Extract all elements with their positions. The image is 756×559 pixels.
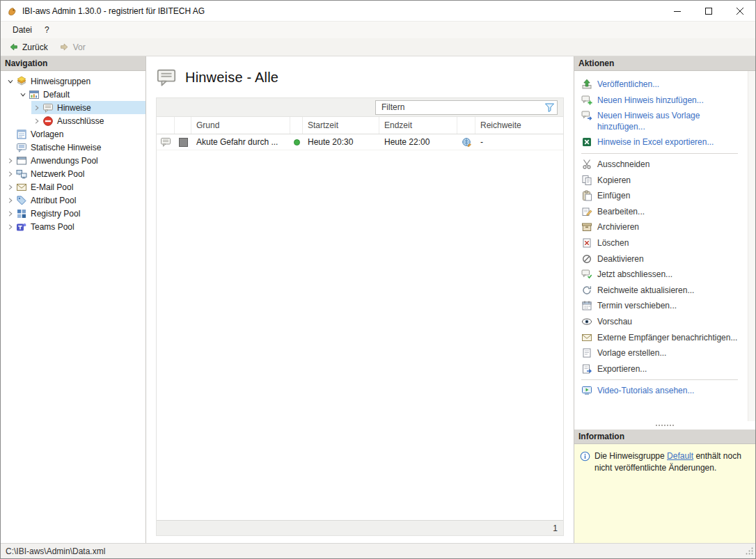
active-status-dot [294, 139, 300, 145]
chevron-expanded-icon[interactable] [17, 89, 29, 100]
chevron-collapsed-icon[interactable] [31, 102, 42, 113]
navigation-header: Navigation [1, 56, 145, 71]
column-header-reichweite[interactable]: Reichweite [475, 117, 563, 134]
action-ausschneiden[interactable]: Ausschneiden [580, 157, 746, 173]
minimize-icon [674, 8, 681, 15]
row-count: 1 [553, 523, 558, 533]
action-loeschen[interactable]: Löschen [580, 235, 746, 251]
chevron-collapsed-icon[interactable] [5, 195, 16, 206]
column-header-status[interactable] [290, 117, 303, 134]
menu-datei[interactable]: Datei [6, 23, 38, 37]
chevron-placeholder [5, 142, 16, 153]
chevron-collapsed-icon[interactable] [5, 182, 16, 193]
action-label: Kopieren [597, 175, 631, 187]
menu-help[interactable]: ? [38, 23, 56, 37]
chevron-collapsed-icon[interactable] [5, 155, 16, 166]
tree-item-default[interactable]: Default [1, 88, 145, 101]
action-einfuegen[interactable]: Einfügen [580, 188, 746, 204]
back-button[interactable]: Zurück [3, 41, 53, 54]
filter-input[interactable] [375, 100, 558, 115]
copy-icon [581, 175, 592, 186]
close-button[interactable] [724, 1, 755, 21]
export-icon [581, 363, 592, 375]
action-exportieren[interactable]: Exportieren... [580, 361, 746, 377]
tree-item-hinweise[interactable]: Hinweise [1, 101, 145, 114]
panel-splitter[interactable] [574, 421, 755, 430]
chevron-expanded-icon[interactable] [5, 76, 16, 87]
eye-icon [581, 316, 592, 327]
envelope-icon [581, 332, 592, 343]
anwendungs-pool-icon [16, 155, 29, 166]
title-bar[interactable]: IBI-aws Admin 1.30.0 - registriert für I… [1, 1, 755, 22]
action-veroeffentlichen[interactable]: Veröffentlichen... [580, 77, 746, 93]
information-box: Die Hinweisgruppe Default enthält noch n… [574, 444, 755, 543]
tree-item-vorlagen[interactable]: Vorlagen [1, 127, 145, 141]
chevron-collapsed-icon[interactable] [5, 168, 16, 180]
chevron-collapsed-icon[interactable] [5, 208, 16, 219]
column-header-type-icon[interactable] [157, 117, 175, 134]
tree-item-teams-pool[interactable]: Teams Pool [1, 220, 145, 233]
row-startzeit-cell: Heute 20:30 [303, 134, 379, 150]
archive-icon [581, 221, 592, 233]
action-kopieren[interactable]: Kopieren [580, 173, 746, 189]
default-group-link[interactable]: Default [667, 451, 693, 461]
tree-item-hinweisgruppen[interactable]: Hinweisgruppen [1, 74, 145, 88]
action-label: Video-Tutorials ansehen... [597, 385, 694, 397]
cut-icon [581, 159, 592, 170]
action-video-tutorials[interactable]: Video-Tutorials ansehen... [580, 383, 746, 399]
column-header-color[interactable] [175, 117, 191, 134]
action-label: Termin verschieben... [597, 300, 677, 312]
refresh-icon [581, 285, 592, 296]
app-window: IBI-aws Admin 1.30.0 - registriert für I… [0, 0, 756, 559]
chevron-collapsed-icon[interactable] [31, 116, 42, 127]
tree-item-anwendungs-pool[interactable]: Anwendungs Pool [1, 154, 145, 167]
forward-label: Vor [73, 42, 86, 52]
minimize-button[interactable] [661, 1, 693, 21]
action-vorschau[interactable]: Vorschau [580, 314, 746, 330]
action-vorlage-erstellen[interactable]: Vorlage erstellen... [580, 345, 746, 361]
maximize-button[interactable] [693, 1, 724, 21]
calendar-icon [581, 300, 592, 311]
row-color-cell [175, 134, 191, 150]
action-reichweite-aktualisieren[interactable]: Reichweite aktualisieren... [580, 283, 746, 299]
tree-item-netzwerk-pool[interactable]: Netzwerk Pool [1, 167, 145, 180]
tree-item-ausschluesse[interactable]: Ausschlüsse [1, 114, 145, 127]
action-termin-verschieben[interactable]: Termin verschieben... [580, 298, 746, 314]
filter-funnel-icon[interactable] [544, 102, 555, 113]
tree-item-attribut-pool[interactable]: Attribut Pool [1, 194, 145, 207]
action-label: Löschen [597, 237, 629, 249]
tree-item-registry-pool[interactable]: Registry Pool [1, 207, 145, 220]
action-label: Archivieren [597, 221, 639, 233]
table-row[interactable]: Akute Gefahr durch ... Heute 20:30 Heute… [157, 134, 563, 150]
add-from-template-icon [581, 110, 592, 121]
app-icon[interactable] [6, 6, 17, 17]
column-header-scope-icon[interactable] [457, 117, 475, 134]
action-bearbeiten[interactable]: Bearbeiten... [580, 204, 746, 220]
chevron-collapsed-icon[interactable] [5, 221, 16, 233]
main-body: Navigation Hinweisgruppen Default [1, 56, 755, 543]
menu-bar: Datei ? [1, 22, 755, 38]
actions-scrollbar[interactable] [748, 71, 755, 421]
paste-icon [581, 190, 592, 201]
excel-icon [581, 136, 592, 148]
column-header-endzeit[interactable]: Endzeit [379, 117, 457, 134]
tree-item-email-pool[interactable]: E-Mail Pool [1, 180, 145, 194]
netzwerk-pool-icon [16, 168, 29, 180]
action-archivieren[interactable]: Archivieren [580, 219, 746, 235]
hinweisgruppen-icon [16, 76, 29, 87]
action-deaktivieren[interactable]: Deaktivieren [580, 251, 746, 267]
column-header-startzeit[interactable]: Startzeit [303, 117, 379, 134]
info-text-before: Die Hinweisgruppe [594, 451, 667, 461]
action-hinweis-aus-vorlage[interactable]: Neuen Hinweis aus Vorlage hinzufügen... [580, 108, 746, 134]
globe-icon [462, 137, 472, 148]
resize-grip-icon[interactable] [745, 546, 754, 556]
action-neuen-hinweis-hinzufuegen[interactable]: Neuen Hinweis hinzufügen... [580, 93, 746, 109]
action-jetzt-abschliessen[interactable]: Jetzt abschliessen... [580, 267, 746, 283]
tree-item-statische-hinweise[interactable]: Statische Hinweise [1, 141, 145, 154]
actions-header: Aktionen [574, 56, 755, 71]
edit-icon [581, 206, 592, 217]
action-excel-exportieren[interactable]: Hinweise in Excel exportieren... [580, 134, 746, 150]
forward-button[interactable]: Vor [54, 41, 90, 54]
column-header-grund[interactable]: Grund [191, 117, 290, 134]
action-externe-empfaenger[interactable]: Externe Empfänger benachrichtigen... [580, 330, 746, 346]
